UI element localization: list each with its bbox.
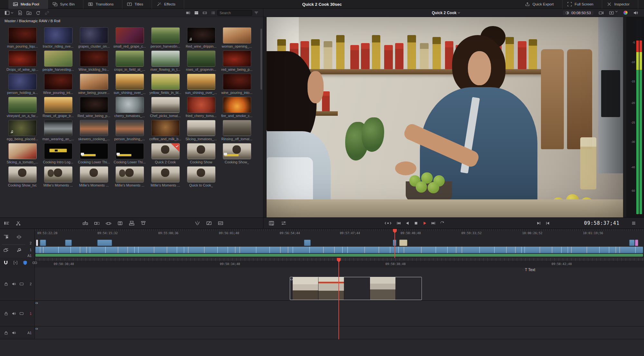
edit-function-button[interactable] xyxy=(117,220,123,226)
media-clip[interactable]: Quick to Cook_ xyxy=(183,166,219,189)
media-clip[interactable]: river_flowing_in_t... xyxy=(147,50,183,74)
edit-jump-button[interactable] xyxy=(536,221,541,225)
media-clip[interactable]: Slicing_tomatoes_... xyxy=(183,120,219,143)
topbar-button[interactable]: Transitions xyxy=(83,0,122,9)
topbar-button[interactable]: Effects xyxy=(152,0,184,9)
transport-button[interactable] xyxy=(384,221,392,226)
transport-button[interactable] xyxy=(396,221,401,225)
search-input[interactable] xyxy=(217,10,252,16)
overview-clip[interactable] xyxy=(629,240,635,246)
audio-insert-button[interactable] xyxy=(16,247,22,253)
transport-button[interactable] xyxy=(405,221,410,225)
overview-clip[interactable] xyxy=(40,240,46,246)
breadcrumb[interactable]: Master / Blackmagic RAW / B Roll xyxy=(5,19,60,23)
timeline-playhead[interactable] xyxy=(338,258,339,339)
media-clip[interactable]: Cooking Lower Thi... xyxy=(76,143,112,166)
mute-track-button[interactable] xyxy=(12,282,16,286)
overview-playhead[interactable] xyxy=(394,229,395,258)
view-mode-button[interactable] xyxy=(201,10,209,16)
media-clip[interactable]: Rows_of_grape_tr... xyxy=(40,97,76,120)
media-clip[interactable]: Millie's Moments ... xyxy=(76,166,112,189)
media-clip[interactable]: Red_wine_drippin... xyxy=(183,27,219,50)
view-mode-button[interactable] xyxy=(184,10,192,16)
media-clip[interactable]: rows_of_grapevin... xyxy=(183,50,219,74)
snapping-button[interactable] xyxy=(3,260,8,265)
topbar-button[interactable]: Sync Bin xyxy=(48,0,83,9)
media-clip[interactable]: cherry_tomatoes_... xyxy=(112,97,147,120)
edit-jump-button[interactable] xyxy=(545,221,550,225)
timeline-options-menu[interactable] xyxy=(631,221,636,226)
timeline-clip-v2[interactable]: ‹› xyxy=(290,277,422,300)
media-clip[interactable]: coffee_and_milk_b... xyxy=(147,120,183,143)
media-clip[interactable]: Wine_pouring_int... xyxy=(40,74,76,97)
media-pool-tool-button[interactable] xyxy=(43,10,52,16)
media-clip[interactable]: yellow_fields_in_bl... xyxy=(147,74,183,97)
topbar-button[interactable]: Inspector xyxy=(602,0,638,9)
topbar-button[interactable]: Titles xyxy=(122,0,152,9)
media-pool-tool-button[interactable] xyxy=(3,10,15,16)
transport-button[interactable] xyxy=(422,221,427,225)
media-clip[interactable]: Chef_picks_tomat... xyxy=(147,97,183,120)
media-clip[interactable]: wine_being_poure... xyxy=(76,74,112,97)
mute-track-button[interactable] xyxy=(12,311,16,316)
media-clip[interactable]: egg_being_placed... xyxy=(5,120,40,143)
edit-function-button[interactable] xyxy=(129,220,135,226)
media-clip[interactable]: Cooking Show_tvc xyxy=(5,166,40,189)
timeline-selector[interactable]: Quick 2 Cook xyxy=(432,11,460,15)
sync-insert-button[interactable] xyxy=(3,247,9,253)
media-clip[interactable]: Cooking Show xyxy=(183,143,219,166)
lock-track-button[interactable] xyxy=(4,331,8,335)
edit-function-button[interactable] xyxy=(106,220,111,226)
media-clip[interactable]: Millie's Moments ... xyxy=(40,166,76,189)
playhead-lock-button[interactable] xyxy=(3,234,9,240)
media-clip[interactable]: tractor_riding_ove... xyxy=(40,27,76,50)
media-clip[interactable]: Cooking Intro Log... xyxy=(40,143,76,166)
overview-clip[interactable] xyxy=(635,240,638,246)
media-clip[interactable]: people_harvesting... xyxy=(40,50,76,74)
media-clip[interactable]: Cooking Show_ xyxy=(219,143,255,166)
transport-button[interactable] xyxy=(414,221,418,225)
insert-effect-button[interactable] xyxy=(218,220,223,226)
viewer-video[interactable] xyxy=(267,17,623,217)
transport-button[interactable] xyxy=(431,221,436,225)
timeline-ruler[interactable]: 09:58:30;48 09:58:34;48 09:58:38;48 09:5… xyxy=(35,258,644,268)
media-clip[interactable]: Millie's Moments ... xyxy=(147,166,183,189)
media-pool-tool-button[interactable] xyxy=(24,10,33,16)
overview-audio-track[interactable] xyxy=(35,254,643,257)
track-area-a1[interactable]: ‹› xyxy=(35,326,644,339)
viewer-tool-button[interactable] xyxy=(269,220,274,226)
enable-track-button[interactable] xyxy=(19,311,24,316)
transport-button[interactable] xyxy=(440,221,444,225)
media-clip[interactable]: small_red_grape_c... xyxy=(112,27,147,50)
track-area-v2[interactable]: ‹› ‹› T Text xyxy=(35,268,644,300)
edit-function-button[interactable] xyxy=(140,220,146,226)
media-clip[interactable]: wine_pouring_into... xyxy=(219,74,255,97)
lock-track-button[interactable] xyxy=(4,311,8,316)
media-clip[interactable]: red_wine_being_p... xyxy=(219,50,255,74)
media-pool-tool-button[interactable] xyxy=(15,10,24,16)
media-clip[interactable]: person_holding_a... xyxy=(5,74,40,97)
media-clip[interactable]: person_brushing_... xyxy=(112,120,147,143)
lock-track-button[interactable] xyxy=(4,282,8,286)
media-clip[interactable]: woman_opening_... xyxy=(219,27,255,50)
view-mode-button[interactable] xyxy=(192,10,201,16)
zoom-fit-button[interactable] xyxy=(609,10,618,15)
overview-clip[interactable] xyxy=(97,240,112,246)
media-clip[interactable]: sun_shining_over_... xyxy=(112,74,147,97)
media-clip[interactable]: grapes_cluster_on... xyxy=(76,27,112,50)
media-clip[interactable]: fire_and_smoke_c... xyxy=(219,97,255,120)
media-clip[interactable]: Quick 2 Cook xyxy=(147,143,183,166)
topbar-button[interactable]: Media Pool xyxy=(8,0,48,9)
topbar-button[interactable]: Quick Export xyxy=(520,0,563,9)
media-pool-scrollbar[interactable] xyxy=(260,29,262,90)
overview-clip[interactable] xyxy=(65,240,72,246)
edit-function-button[interactable] xyxy=(94,220,100,226)
media-clip[interactable]: man_wearing_an_... xyxy=(40,120,76,143)
marker-range-button[interactable] xyxy=(13,260,18,265)
media-clip[interactable]: sun_shining_over_... xyxy=(183,74,219,97)
media-clip[interactable]: skewers_cooking_... xyxy=(76,120,112,143)
color-wheel-icon[interactable] xyxy=(623,10,628,15)
media-clip[interactable]: Drops_of_wine_sp... xyxy=(5,50,40,74)
view-mode-button[interactable] xyxy=(209,10,217,16)
track-area-v1[interactable]: ‹› xyxy=(35,301,644,326)
